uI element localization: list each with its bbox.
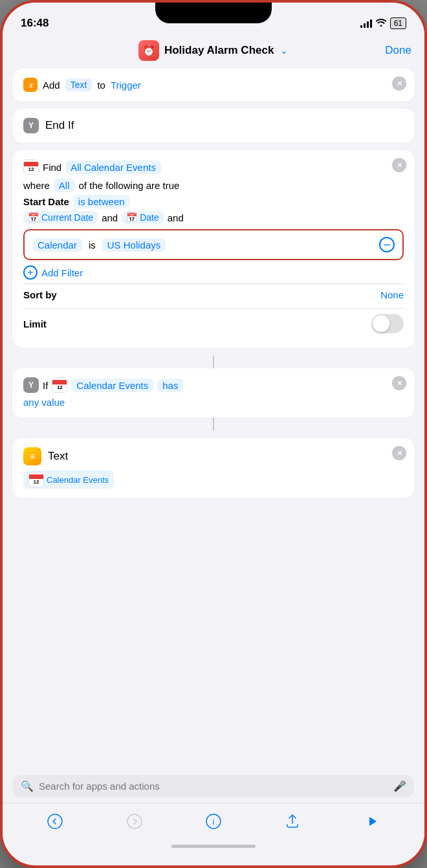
svg-text:i: i bbox=[213, 817, 215, 827]
search-bar: 🔍 🎤 bbox=[13, 775, 414, 797]
sort-by-row: Sort by None bbox=[23, 284, 404, 306]
sort-by-label: Sort by bbox=[23, 289, 57, 300]
is-between-chip[interactable]: is between bbox=[73, 195, 130, 208]
status-time: 16:48 bbox=[21, 17, 49, 30]
of-text: of the following are true bbox=[79, 180, 180, 191]
text-label: Text bbox=[48, 450, 68, 463]
limit-row: Limit bbox=[23, 308, 404, 339]
battery-level: 61 bbox=[394, 19, 402, 28]
chip-cal-icon: 12 bbox=[28, 472, 44, 487]
if-calendar-card: ✕ Y If 12 Calendar Events has any value bbox=[13, 368, 414, 417]
and1-text: and bbox=[102, 212, 118, 223]
home-bar bbox=[171, 845, 256, 848]
any-value-label[interactable]: any value bbox=[23, 397, 65, 408]
cal-events-chip-label: Calendar Events bbox=[47, 475, 109, 485]
if-y-badge: Y bbox=[23, 377, 39, 393]
nav-chevron-icon[interactable]: ⌄ bbox=[280, 45, 288, 56]
back-button[interactable] bbox=[43, 810, 67, 833]
notch bbox=[155, 3, 272, 23]
nav-title: ⏰ Holiday Alarm Check ⌄ bbox=[138, 40, 288, 61]
find-text: Find bbox=[43, 162, 61, 173]
if-card-close[interactable]: ✕ bbox=[392, 376, 406, 390]
text-icon: ≡ bbox=[23, 447, 41, 465]
bottom-toolbar: i bbox=[3, 803, 424, 840]
find-header: 12 Find All Calendar Events bbox=[23, 159, 404, 175]
end-if-card: Y End If bbox=[13, 109, 414, 142]
all-calendar-events-chip[interactable]: All Calendar Events bbox=[65, 161, 161, 174]
sort-none-value[interactable]: None bbox=[380, 289, 404, 300]
current-date-chip-icon: 📅 bbox=[28, 212, 39, 223]
variable-badge: 𝑥 bbox=[23, 78, 38, 92]
app-icon: ⏰ bbox=[138, 40, 159, 61]
current-date-chip[interactable]: 📅 Current Date bbox=[23, 211, 98, 224]
add-text-card: 𝑥 Add Text to Trigger ✕ bbox=[13, 69, 414, 101]
remove-filter-button[interactable]: − bbox=[379, 237, 395, 252]
nav-title-text: Holiday Alarm Check bbox=[164, 44, 274, 57]
plus-icon: + bbox=[23, 265, 38, 280]
share-button[interactable] bbox=[281, 810, 304, 833]
done-button[interactable]: Done bbox=[385, 44, 411, 57]
cal-events-inline-chip[interactable]: 12 Calendar Events bbox=[23, 471, 114, 489]
svg-point-0 bbox=[48, 814, 62, 829]
where-text: where bbox=[23, 180, 50, 191]
limit-label: Limit bbox=[23, 318, 47, 329]
us-holidays-chip[interactable]: US Holidays bbox=[102, 238, 166, 252]
and2-text: and bbox=[168, 212, 184, 223]
status-icons: 61 bbox=[360, 17, 406, 29]
date-chip[interactable]: 📅 Date bbox=[122, 211, 164, 224]
find-card-close[interactable]: ✕ bbox=[392, 158, 406, 172]
svg-point-1 bbox=[127, 814, 142, 829]
close-button[interactable]: ✕ bbox=[392, 76, 406, 91]
connector-2 bbox=[13, 417, 414, 430]
toggle-knob bbox=[373, 315, 389, 332]
text-badge[interactable]: Text bbox=[65, 78, 93, 91]
has-chip[interactable]: has bbox=[157, 379, 183, 392]
start-date-label: Start Date bbox=[23, 196, 69, 207]
nav-bar: ⏰ Holiday Alarm Check ⌄ Done bbox=[3, 35, 424, 66]
text-card-close[interactable]: ✕ bbox=[392, 446, 406, 460]
date-chip-icon: 📅 bbox=[126, 212, 137, 223]
limit-toggle[interactable] bbox=[371, 314, 404, 333]
play-button[interactable] bbox=[360, 810, 384, 833]
start-date-row: Start Date is between bbox=[23, 195, 404, 208]
find-calendar-card: ✕ 12 Find All Calendar Events where All … bbox=[13, 150, 414, 348]
info-button[interactable]: i bbox=[202, 810, 225, 833]
wifi-icon bbox=[376, 19, 386, 28]
search-input[interactable] bbox=[39, 781, 388, 792]
calendar-chip[interactable]: Calendar bbox=[32, 238, 82, 252]
trigger-label[interactable]: Trigger bbox=[111, 80, 141, 91]
phone-frame: 16:48 61 ⏰ Holiday Alarm Check ⌄ bbox=[0, 0, 427, 868]
add-filter-row[interactable]: + Add Filter bbox=[23, 265, 404, 280]
to-label: to bbox=[97, 80, 105, 91]
search-bar-container: 🔍 🎤 bbox=[3, 770, 424, 803]
microphone-icon[interactable]: 🎤 bbox=[393, 780, 406, 792]
content-area: 𝑥 Add Text to Trigger ✕ Y End If ✕ 12 Fi… bbox=[3, 66, 424, 770]
if-calendar-icon: 12 bbox=[52, 377, 67, 393]
calendar-events-chip[interactable]: Calendar Events bbox=[71, 379, 153, 392]
calendar-icon: 12 bbox=[23, 159, 39, 175]
calendar-filter-row: Calendar is US Holidays − bbox=[23, 229, 404, 260]
all-chip[interactable]: All bbox=[54, 179, 75, 192]
if-text: If bbox=[43, 380, 48, 391]
add-filter-label: Add Filter bbox=[41, 267, 83, 278]
connector-1 bbox=[13, 355, 414, 368]
date-range-row: 📅 Current Date and 📅 Date and bbox=[23, 211, 404, 224]
y-badge: Y bbox=[23, 118, 39, 133]
if-header: Y If 12 Calendar Events has bbox=[23, 377, 404, 393]
home-indicator bbox=[3, 840, 424, 856]
end-if-label: End If bbox=[45, 119, 74, 132]
search-icon: 🔍 bbox=[21, 780, 34, 792]
is-text: is bbox=[89, 239, 96, 250]
where-row: where All of the following are true bbox=[23, 179, 404, 192]
add-label: Add bbox=[43, 80, 60, 91]
text-card: ✕ ≡ Text 12 Calendar Events bbox=[13, 438, 414, 498]
battery-icon: 61 bbox=[390, 17, 406, 29]
forward-button[interactable] bbox=[123, 810, 146, 833]
signal-icon bbox=[360, 19, 372, 28]
